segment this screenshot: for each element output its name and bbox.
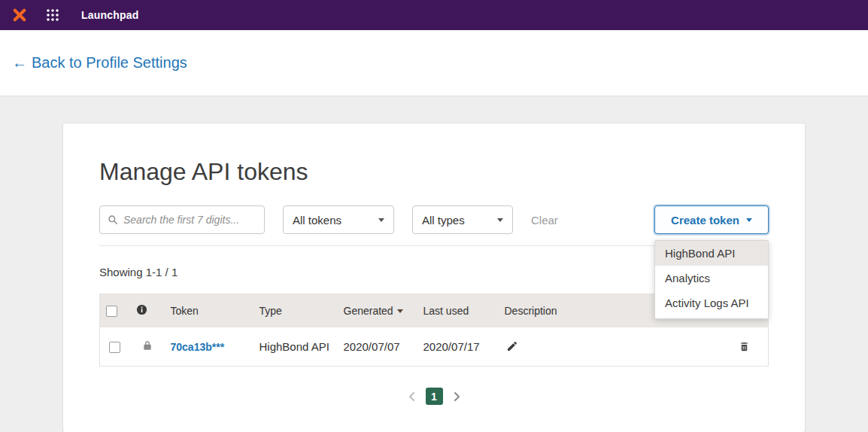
token-last-used-cell: 2020/07/17 <box>417 327 499 367</box>
all-tokens-filter-value: All tokens <box>293 214 341 227</box>
next-page-button[interactable] <box>452 390 463 403</box>
chevron-down-icon <box>378 218 384 222</box>
current-page-indicator[interactable]: 1 <box>426 388 443 405</box>
chevron-down-icon <box>497 218 503 222</box>
all-types-filter-select[interactable]: All types <box>412 205 513 234</box>
manage-tokens-card: Manage API tokens All tokens All types C… <box>62 123 806 432</box>
filter-toolbar: All tokens All types Clear Create token … <box>99 205 769 234</box>
menu-item-highbond-api[interactable]: HighBond API <box>655 241 768 266</box>
all-types-filter-value: All types <box>422 214 465 227</box>
trash-icon <box>739 340 750 353</box>
info-icon <box>136 304 147 315</box>
topbar: Launchpad <box>0 0 868 30</box>
app-switcher-grid-icon[interactable] <box>45 8 60 23</box>
column-header-generated[interactable]: Generated <box>338 294 417 327</box>
search-input[interactable] <box>123 214 256 226</box>
pencil-icon <box>506 340 518 352</box>
token-type-cell: HighBond API <box>253 327 338 367</box>
search-icon <box>108 214 118 225</box>
chevron-right-icon <box>454 391 461 402</box>
previous-page-button[interactable] <box>406 390 417 403</box>
edit-description-button[interactable] <box>505 339 520 354</box>
row-checkbox[interactable] <box>109 342 120 353</box>
column-header-generated-label: Generated <box>344 305 393 317</box>
menu-item-activity-logs-api[interactable]: Activity Logs API <box>655 291 768 315</box>
brand-logo-icon[interactable] <box>11 6 29 24</box>
token-id-link[interactable]: 70ca13b*** <box>171 341 225 353</box>
sort-desc-icon <box>397 309 403 313</box>
page-title: Manage API tokens <box>99 158 769 186</box>
all-tokens-filter-select[interactable]: All tokens <box>283 205 394 234</box>
create-token-dropdown: Create token HighBond API Analytics Acti… <box>654 205 769 234</box>
token-table-row: 70ca13b*** HighBond API 2020/07/07 2020/… <box>100 327 769 367</box>
pagination: 1 <box>99 388 769 405</box>
create-token-button[interactable]: Create token <box>654 205 769 234</box>
clear-filters-button[interactable]: Clear <box>531 214 558 227</box>
token-generated-cell: 2020/07/07 <box>338 327 417 367</box>
back-link-label: Back to Profile Settings <box>32 54 187 71</box>
column-header-token: Token <box>165 294 253 327</box>
app-title: Launchpad <box>81 9 138 21</box>
select-all-checkbox[interactable] <box>106 306 117 317</box>
column-header-last-used: Last used <box>417 294 499 327</box>
chevron-down-icon <box>746 218 752 222</box>
delete-token-button[interactable] <box>737 339 751 354</box>
token-search <box>99 205 265 234</box>
column-header-type: Type <box>253 294 338 327</box>
menu-item-analytics[interactable]: Analytics <box>655 266 768 291</box>
back-bar: ←Back to Profile Settings <box>0 30 868 96</box>
back-to-profile-settings-link[interactable]: ←Back to Profile Settings <box>12 54 187 71</box>
lock-icon <box>142 339 153 351</box>
create-token-menu: HighBond API Analytics Activity Logs API <box>654 240 769 319</box>
create-token-button-label: Create token <box>671 214 739 227</box>
page-content: Manage API tokens All tokens All types C… <box>0 96 868 432</box>
chevron-left-icon <box>408 391 415 402</box>
back-arrow-icon: ← <box>12 54 27 71</box>
